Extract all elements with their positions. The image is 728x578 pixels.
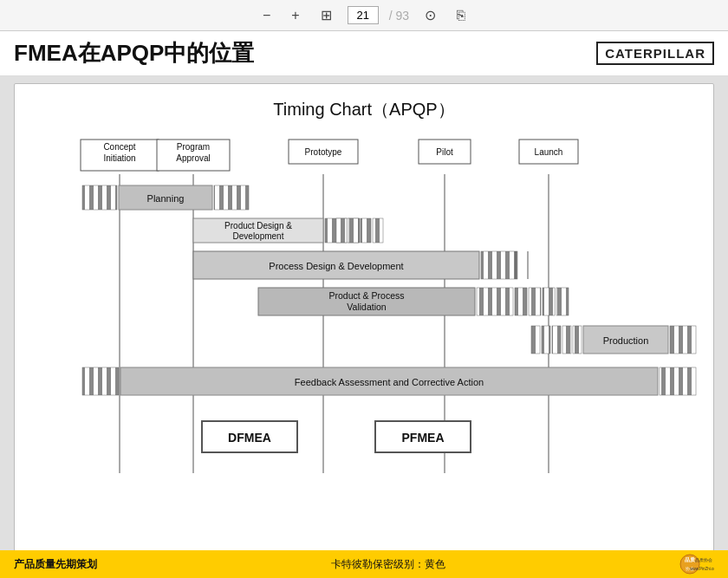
slide-area: Timing Chart（APQP） Concept Initiation Pr… [14, 83, 714, 568]
svg-text:Development: Development [233, 231, 284, 241]
slide-title: Timing Chart（APQP） [29, 98, 699, 121]
page-number-input[interactable] [348, 6, 379, 24]
svg-rect-37 [529, 288, 541, 315]
footer: 产品质量先期策划 卡特彼勒保密级别：黄色 品质 协会 品质协会 www.PinZ… [0, 550, 728, 578]
svg-rect-35 [477, 288, 513, 315]
svg-rect-44 [573, 326, 582, 354]
footer-center-text: 卡特彼勒保密级别：黄色 [331, 557, 445, 572]
svg-rect-43 [562, 326, 571, 354]
apqp-chart: Concept Initiation Program Approval Prot… [29, 135, 705, 534]
svg-text:Process Design & Development: Process Design & Development [269, 261, 403, 271]
svg-text:品质协会: 品质协会 [695, 557, 712, 562]
caterpillar-logo: CATERPILLAR [596, 42, 714, 65]
footer-left-text: 产品质量先期策划 [14, 557, 97, 572]
fit-page-button[interactable]: ⊞ [315, 5, 337, 25]
svg-text:Production: Production [603, 335, 649, 346]
page-header: FMEA在APQP中的位置 CATERPILLAR [0, 31, 728, 76]
svg-text:Prototype: Prototype [305, 147, 342, 157]
page-title: FMEA在APQP中的位置 [14, 38, 254, 68]
svg-rect-41 [542, 326, 550, 354]
share-icon-button[interactable]: ⎘ [452, 6, 471, 25]
svg-text:www.PinZhi.org: www.PinZhi.org [690, 567, 714, 571]
svg-rect-21 [82, 185, 117, 210]
zoom-icon-button[interactable]: ⊙ [419, 5, 441, 25]
svg-rect-40 [531, 326, 540, 354]
svg-rect-59 [348, 218, 359, 243]
svg-text:Feedback Assessment and Correc: Feedback Assessment and Corrective Actio… [295, 377, 484, 387]
svg-text:Launch: Launch [535, 147, 563, 157]
svg-text:Product & Process: Product & Process [329, 290, 405, 301]
page-total: / 93 [389, 9, 409, 23]
svg-text:Initiation: Initiation [103, 153, 135, 163]
zoom-in-button[interactable]: + [286, 6, 304, 25]
toolbar: − + ⊞ / 93 ⊙ ⎘ [0, 0, 728, 31]
svg-text:Program: Program [177, 142, 210, 152]
svg-text:Product Design &: Product Design & [224, 221, 292, 231]
svg-rect-60 [361, 218, 371, 243]
svg-rect-31 [481, 251, 517, 279]
svg-text:Approval: Approval [176, 153, 210, 163]
svg-text:Pilot: Pilot [436, 147, 453, 157]
svg-rect-48 [82, 367, 119, 395]
zoom-out-button[interactable]: − [257, 6, 276, 25]
svg-text:PFMEA: PFMEA [402, 431, 445, 445]
svg-text:DFMEA: DFMEA [228, 431, 271, 445]
svg-text:Planning: Planning [147, 193, 185, 204]
footer-right-area: 品质 协会 品质协会 www.PinZhi.org [679, 553, 714, 575]
svg-text:Concept: Concept [103, 142, 135, 152]
svg-rect-58 [336, 218, 347, 243]
svg-rect-36 [515, 288, 527, 315]
svg-rect-39 [556, 288, 569, 315]
svg-rect-42 [552, 326, 561, 354]
svg-rect-61 [373, 218, 383, 243]
svg-rect-38 [543, 288, 555, 315]
footer-logo-icon: 品质 协会 品质协会 www.PinZhi.org [679, 553, 714, 575]
svg-rect-47 [670, 326, 696, 354]
svg-text:Validation: Validation [347, 302, 386, 312]
svg-rect-24 [214, 185, 249, 210]
svg-rect-51 [660, 367, 696, 395]
